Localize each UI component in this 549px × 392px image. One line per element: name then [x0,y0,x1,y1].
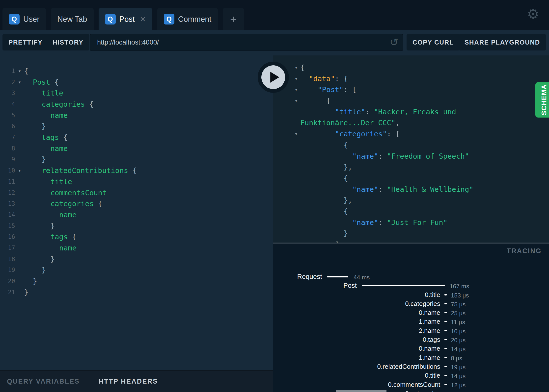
tracing-duration-bar [444,303,447,304]
code-text: tags { [24,133,68,142]
tracing-row-duration: 14 μs [451,346,466,353]
fold-arrow-icon[interactable]: ▾ [273,98,300,104]
tracing-row-duration: 19 μs [451,364,466,371]
code-text: "data": { [300,74,348,83]
history-button[interactable]: HISTORY [47,34,89,50]
tracing-row-duration: 153 μs [451,292,469,299]
tracing-row: 0.commentsCount 12 μs [273,380,549,389]
query-tab[interactable]: Q Comment [157,8,218,30]
execute-query-button[interactable] [258,62,289,93]
response-line: ▾ Funktionäre...Der CCC", [273,117,549,128]
play-button-circle [261,65,285,89]
tracing-row-label: 0.title [425,372,440,379]
prettify-button[interactable]: PRETTIFY [2,34,49,50]
code-text: }, [300,163,352,171]
query-type-badge: Q [105,14,116,24]
query-type-badge: Q [9,14,20,24]
tab-label: Post [119,15,135,24]
code-token: name [59,211,77,219]
code-token: } [42,122,46,130]
tracing-row-label: 0.commentsCount [388,381,440,389]
code-token: : [ [344,85,357,94]
code-text: "name": "Health & Wellbeing" [300,185,473,194]
code-text: categories { [24,199,102,208]
code-token: } [51,255,55,263]
query-line: 1 ▾ { [0,66,273,77]
fold-arrow-icon[interactable]: ▾ [15,168,24,173]
query-variables-tab[interactable]: QUERY VARIABLES [7,371,80,392]
code-text: { [300,63,304,72]
line-number: 15 [0,222,15,229]
query-tab[interactable]: Q Post ✕ [99,8,152,30]
code-token: } [51,222,55,230]
code-text: { [300,97,330,105]
tracing-row-duration: 10 μs [451,328,466,335]
new-tab-button[interactable]: + [223,8,244,30]
code-text: "Post": [ [300,85,357,94]
query-editor[interactable]: 1 ▾ { 2 ▾ Post { 3 ▾ title 4 ▾ categorie… [0,55,273,370]
code-token: }, [344,163,352,171]
response-line: ▾ "Post": [ [273,84,549,95]
code-token: "Freedom of Speech" [387,152,469,160]
settings-gear-icon[interactable]: ⚙ [527,6,539,22]
tracing-row: Request 44 ms [273,272,549,281]
query-tab[interactable]: New Tab [51,8,93,30]
tracing-row-label: 0.title [425,291,440,299]
code-token: { [326,97,330,105]
query-line: 10 ▾ relatedContributions { [0,165,273,176]
tracing-duration-bar [444,339,447,340]
code-text: Post { [24,78,59,86]
code-text: } [24,255,55,263]
line-number: 10 [0,167,15,174]
tracing-row-duration: 20 μs [451,337,466,344]
query-line: 12 ▾ commentsCount [0,187,273,198]
endpoint-url-input[interactable]: http://localhost:4000/ ↺ [90,34,403,51]
code-token: "name" [352,185,378,194]
tracing-row-duration: 12 μs [451,382,466,389]
close-icon[interactable]: ✕ [138,15,146,24]
code-token: }, [344,196,352,204]
tracing-duration-bar [327,276,348,277]
response-line: ▾ { [273,62,549,73]
code-token: "Hacker, Freaks und [374,108,456,116]
code-text: "categories": [ [300,130,400,138]
line-number: 20 [0,278,15,285]
share-playground-button[interactable]: SHARE PLAYGROUND [459,34,546,50]
http-headers-tab[interactable]: HTTP HEADERS [99,371,158,392]
tab-list: Q User New Tab Q Post ✕ Q Comment + [2,8,249,30]
code-token: Post [33,78,55,86]
tracing-row: 0.categories 75 μs [273,299,549,308]
query-tab[interactable]: Q User [2,8,46,30]
code-token: : [ [387,130,400,138]
schema-side-tab[interactable]: SCHEMA [535,82,549,118]
tracing-duration-bar [444,330,447,331]
line-number: 4 [0,101,15,108]
fold-arrow-icon[interactable]: ▾ [15,79,24,85]
response-line: ▾ "name": "Freedom of Speech" [273,150,549,162]
code-text: } [24,155,46,164]
code-text: } [24,222,55,230]
response-line: ▾ "name": "Just For Fun" [273,217,549,228]
tracing-row-label: Request [297,273,322,281]
tracing-row-duration: 25 μs [451,310,466,317]
tracing-row: 0.name 14 μs [273,344,549,353]
tracing-row: 0.tags 20 μs [273,335,549,344]
code-text: { [300,207,348,216]
code-token: } [24,288,28,296]
code-text: } [24,122,46,130]
code-token: "Post" [318,85,344,94]
response-viewer[interactable]: ▾ { ▾ "data": { ▾ "Post": [ ▾ { ▾ "title… [273,55,549,244]
tab-label: User [23,15,39,24]
response-tracing-divider[interactable] [273,243,549,244]
line-number: 9 [0,156,15,163]
code-token: { [300,63,304,72]
response-line: ▾ "categories": [ [273,128,549,140]
tracing-title: TRACING [507,247,542,255]
fold-arrow-icon[interactable]: ▾ [273,131,300,137]
fold-arrow-icon[interactable]: ▾ [15,68,24,74]
copy-curl-button[interactable]: COPY CURL [407,34,460,50]
code-token: { [63,133,67,142]
tracing-horizontal-scrollbar[interactable] [336,390,386,392]
refresh-icon[interactable]: ↺ [390,34,398,50]
query-line: 16 ▾ tags { [0,231,273,243]
